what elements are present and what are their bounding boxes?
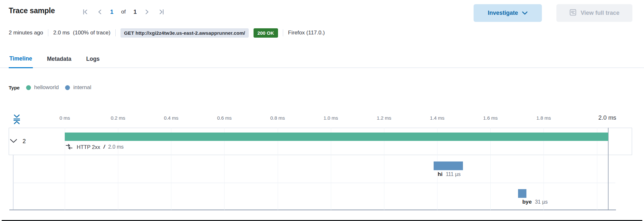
span-bar-hi[interactable] xyxy=(434,161,463,170)
legend-item-helloworld: helloworld xyxy=(26,84,59,91)
percent-of-trace: (100% of trace) xyxy=(73,30,110,36)
merge-icon xyxy=(65,144,73,150)
page-title: Trace sample xyxy=(9,6,55,15)
investigate-button[interactable]: Investigate xyxy=(474,4,542,22)
next-page-button[interactable] xyxy=(144,8,150,16)
view-full-trace-button[interactable]: View full trace xyxy=(556,4,632,22)
axis-tick-label: 0.6 ms xyxy=(217,115,232,121)
investigate-button-label: Investigate xyxy=(488,10,518,16)
span-name: bye xyxy=(522,199,532,205)
chevron-left-icon xyxy=(97,9,102,15)
accordion-left-border xyxy=(13,155,14,210)
axis-tick-label: 1.4 ms xyxy=(430,115,445,121)
span-duration: 31 µs xyxy=(535,199,547,205)
axis-tick-label: 0.4 ms xyxy=(164,115,178,121)
chevron-right-icon xyxy=(145,9,149,15)
chevron-down-icon xyxy=(522,10,528,16)
legend-label: helloworld xyxy=(34,84,59,91)
waterfall-item-label: HTTP 2xx/2.0 ms xyxy=(65,144,124,150)
span-duration: 111 µs xyxy=(446,171,461,177)
page-of-label: of xyxy=(121,9,126,15)
user-agent: Firefox (117.0.) xyxy=(288,30,325,36)
selected-row-outline xyxy=(9,128,632,155)
time-axis: 0 ms0.2 ms0.4 ms0.6 ms0.8 ms1.0 ms1.2 ms… xyxy=(0,115,644,123)
span-name: hi xyxy=(438,171,443,178)
axis-tick-label: 1.8 ms xyxy=(536,115,551,121)
waterfall-item-label: hi111 µs xyxy=(438,171,461,178)
view-full-trace-label: View full trace xyxy=(581,10,620,16)
axis-tick-label: 0.8 ms xyxy=(270,115,285,121)
axis-tick-label: 1.6 ms xyxy=(483,115,498,121)
trace-pagination: 1 of 1 xyxy=(81,7,166,17)
tab-logs[interactable]: Logs xyxy=(86,53,101,68)
request-url-badge: GET http://xgi2z4tw3e.us-east-2.awsappru… xyxy=(120,28,249,38)
tab-bar: Timeline Metadata Logs xyxy=(0,53,644,68)
trace-sample-panel: Trace sample 1 of 1 Investigate View ful… xyxy=(0,0,644,221)
accordion-toggle[interactable]: 2 xyxy=(10,128,26,155)
internal-dot-icon xyxy=(65,85,70,90)
axis-tick-label: 1.2 ms xyxy=(377,115,391,121)
trace-duration: 2.0 ms xyxy=(53,30,70,36)
waterfall-item-label: bye31 µs xyxy=(522,199,548,205)
first-page-icon xyxy=(82,9,88,15)
transaction-duration: 2.0 ms xyxy=(108,144,124,150)
axis-tick-label: 0.2 ms xyxy=(111,115,125,121)
axis-tick-label: 1.0 ms xyxy=(323,115,338,121)
divider xyxy=(283,29,284,36)
type-legend: Type helloworld internal xyxy=(9,83,91,92)
tab-timeline[interactable]: Timeline xyxy=(9,53,33,68)
previous-page-button[interactable] xyxy=(97,8,102,16)
children-count: 2 xyxy=(23,138,26,145)
last-page-button[interactable] xyxy=(158,8,166,16)
trace-document-icon xyxy=(569,9,577,18)
chevron-down-icon xyxy=(10,139,17,144)
axis-tick-label: 0 ms xyxy=(60,115,70,121)
transaction-bar[interactable] xyxy=(65,133,608,141)
separator-slash: / xyxy=(103,144,105,150)
transaction-name: HTTP 2xx xyxy=(77,144,100,150)
trace-duration-end-label: 2.0 ms xyxy=(598,114,616,121)
status-badge: 200 OK xyxy=(254,28,278,38)
row-divider xyxy=(13,183,615,183)
helloworld-dot-icon xyxy=(26,85,31,90)
current-page-number: 1 xyxy=(110,9,113,15)
timestamp-ago: 2 minutes ago xyxy=(9,30,43,36)
legend-item-internal: internal xyxy=(65,84,91,91)
divider xyxy=(115,29,116,36)
span-bar-bye[interactable] xyxy=(518,189,526,198)
total-pages-number: 1 xyxy=(133,9,137,15)
summary-bar: 2 minutes ago 2.0 ms (100% of trace) GET… xyxy=(9,28,325,38)
last-page-icon xyxy=(159,9,165,15)
first-page-button[interactable] xyxy=(81,8,89,16)
waterfall-bottom-border xyxy=(9,209,616,210)
divider xyxy=(48,29,49,36)
legend-title: Type xyxy=(9,85,20,90)
window-bottom-edge xyxy=(2,220,642,221)
tab-metadata[interactable]: Metadata xyxy=(46,53,72,68)
legend-label: internal xyxy=(73,84,91,91)
